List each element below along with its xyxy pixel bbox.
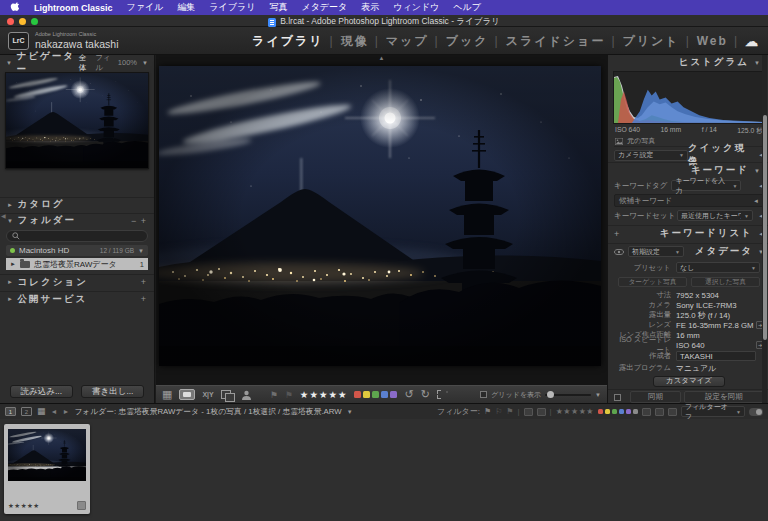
- histogram-header[interactable]: ヒストグラム ▼: [679, 55, 760, 70]
- filter-edit-icon[interactable]: [524, 408, 533, 416]
- back-arrow-icon[interactable]: ◄: [51, 408, 58, 415]
- quick-develop-header[interactable]: クイック現像 ◄: [688, 148, 764, 163]
- folders-panel-header[interactable]: ▼ フォルダー − +: [0, 213, 154, 227]
- yellow-label-chip[interactable]: [363, 391, 370, 398]
- module-develop[interactable]: 現像: [335, 33, 375, 50]
- module-web[interactable]: Web: [691, 34, 734, 48]
- collections-panel-header[interactable]: ► コレクション +: [0, 274, 154, 289]
- menu-help[interactable]: ヘルプ: [446, 1, 488, 14]
- rotate-right-icon[interactable]: ↻: [421, 389, 430, 400]
- grid-overlay-checkbox[interactable]: [480, 391, 487, 398]
- add-folder-button[interactable]: +: [141, 216, 147, 226]
- folder-search-input[interactable]: [6, 230, 148, 242]
- thumbnail-badge-icon[interactable]: [77, 501, 86, 510]
- grid-shortcut-icon[interactable]: ▦: [37, 407, 46, 416]
- target-photo-button[interactable]: ターゲット写真: [618, 277, 687, 287]
- filter-preset-button-2[interactable]: [655, 408, 664, 416]
- main-monitor-icon[interactable]: 1: [5, 407, 16, 416]
- volume-chevron-icon[interactable]: ▼: [138, 248, 144, 254]
- navigator-preview[interactable]: [5, 72, 149, 169]
- color-label-chips[interactable]: [354, 391, 397, 398]
- cloud-sync-icon[interactable]: ☁: [745, 34, 758, 49]
- left-panel-collapse-icon[interactable]: ◀: [1, 212, 6, 219]
- module-library[interactable]: ライブラリ: [246, 33, 329, 50]
- add-publish-button[interactable]: +: [141, 294, 147, 304]
- zoom-100[interactable]: 100%: [118, 58, 137, 67]
- chevron-left-icon[interactable]: ◄: [753, 198, 759, 204]
- survey-view-icon[interactable]: [221, 390, 234, 400]
- filter-preset-button-1[interactable]: [642, 408, 651, 416]
- filter-pick-flag-icon[interactable]: ⚑: [484, 407, 491, 416]
- creator-field[interactable]: TAKASHI: [676, 351, 756, 361]
- eye-icon[interactable]: [614, 249, 624, 255]
- filter-red-chip[interactable]: [598, 409, 603, 414]
- filmstrip-source-info[interactable]: フォルダー: 忠霊塔夜景RAWデータ - 1枚の写真 / 1枚選択 / 忠霊塔夜…: [74, 406, 341, 417]
- filter-crop-icon[interactable]: [537, 408, 546, 416]
- remove-folder-button[interactable]: −: [131, 216, 137, 226]
- add-collection-button[interactable]: +: [141, 277, 147, 287]
- metadata-header[interactable]: メタデータ ▼: [695, 244, 764, 259]
- keyword-tag-dropdown[interactable]: キーワードを入力▼: [671, 180, 741, 191]
- star-rating[interactable]: ★★★★★: [300, 389, 348, 400]
- histogram-chart[interactable]: [613, 71, 764, 124]
- module-map[interactable]: マップ: [380, 33, 435, 50]
- zoom-slider[interactable]: [545, 394, 591, 396]
- loupe-photo[interactable]: [159, 66, 601, 366]
- second-monitor-icon[interactable]: 2: [21, 407, 32, 416]
- people-view-icon[interactable]: [241, 390, 252, 400]
- filter-purple-chip[interactable]: [626, 409, 631, 414]
- menu-window[interactable]: ウィンドウ: [386, 1, 446, 14]
- filter-star-rating[interactable]: ★★★★★: [556, 407, 594, 416]
- add-keyword-button[interactable]: +: [614, 229, 619, 239]
- zoom-slider-knob[interactable]: [547, 391, 554, 398]
- zoom-fit[interactable]: 全体: [79, 53, 91, 73]
- filter-reject-flag-icon[interactable]: ⚑: [506, 407, 513, 416]
- volume-row[interactable]: Macintosh HD 12 / 119 GB ▼: [6, 245, 148, 256]
- menu-file[interactable]: ファイル: [120, 1, 171, 14]
- selected-photos-button[interactable]: 選択した写真: [691, 277, 760, 287]
- source-menu-icon[interactable]: ▼: [347, 409, 353, 415]
- loupe-view-icon[interactable]: [179, 389, 195, 400]
- red-label-chip[interactable]: [354, 391, 361, 398]
- scrollbar-track[interactable]: [762, 55, 767, 403]
- module-slideshow[interactable]: スライドショー: [500, 33, 612, 50]
- filter-preset-button-3[interactable]: [668, 408, 677, 416]
- module-print[interactable]: プリント: [617, 33, 686, 50]
- menu-edit[interactable]: 編集: [170, 1, 202, 14]
- toolbar-options-icon[interactable]: ▼: [595, 392, 601, 398]
- filter-green-chip[interactable]: [612, 409, 617, 414]
- navigate-frame-icon[interactable]: [437, 390, 448, 399]
- saved-preset-dropdown[interactable]: カメラ設定▼: [614, 150, 688, 161]
- export-button[interactable]: 書き出し...: [81, 385, 144, 398]
- import-button[interactable]: 読み込み...: [10, 385, 73, 398]
- autosync-toggle[interactable]: [614, 394, 621, 401]
- zoom-menu-icon[interactable]: ▼: [142, 60, 148, 66]
- publish-panel-header[interactable]: ► 公開サービス +: [0, 291, 154, 306]
- navigator-header[interactable]: ▼ ナビゲーター 全体 フィル 100% ▼: [0, 55, 154, 70]
- menu-metadata[interactable]: メタデータ: [294, 1, 354, 14]
- filmstrip-thumbnail[interactable]: ★★★★★: [4, 424, 90, 514]
- folder-row-selected[interactable]: ► 忠霊塔夜景RAWデータ 1: [6, 258, 148, 270]
- top-panel-collapse-icon[interactable]: ▲: [379, 55, 385, 61]
- menu-photo[interactable]: 写真: [262, 1, 294, 14]
- filter-power-switch[interactable]: [749, 408, 763, 416]
- metadata-preset-dropdown[interactable]: なし▼: [676, 262, 760, 273]
- compare-view-icon[interactable]: X|Y: [202, 391, 213, 398]
- grid-view-icon[interactable]: ▦: [162, 389, 172, 400]
- scrollbar-thumb[interactable]: [763, 115, 767, 340]
- catalog-panel-header[interactable]: ► カタログ: [0, 197, 154, 211]
- menu-view[interactable]: 表示: [354, 1, 386, 14]
- thumbnail-star-rating[interactable]: ★★★★★: [8, 502, 40, 510]
- filter-yellow-chip[interactable]: [605, 409, 610, 414]
- menu-app[interactable]: Lightroom Classic: [27, 3, 120, 13]
- apple-icon[interactable]: [10, 2, 19, 13]
- filter-unflagged-icon[interactable]: ⚐: [495, 407, 502, 416]
- purple-label-chip[interactable]: [390, 391, 397, 398]
- metadata-view-dropdown[interactable]: 初期設定▼: [628, 246, 684, 257]
- zoom-fill[interactable]: フィル: [95, 53, 113, 73]
- chevron-right-icon[interactable]: ►: [10, 261, 16, 267]
- filter-off-dropdown[interactable]: フィルターオフ▼: [681, 406, 745, 417]
- rotate-left-icon[interactable]: ↺: [404, 389, 413, 400]
- reject-flag-icon[interactable]: ⚑: [285, 390, 293, 400]
- forward-arrow-icon[interactable]: ►: [62, 408, 69, 415]
